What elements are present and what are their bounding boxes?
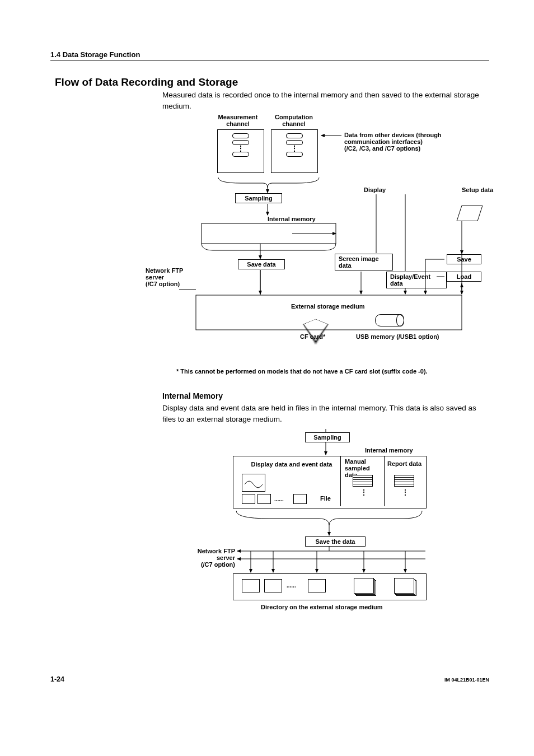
setup-data-label: Setup data xyxy=(462,186,493,193)
svg-rect-12 xyxy=(196,295,462,330)
d2-sampling-box: Sampling xyxy=(305,432,350,442)
load-box: Load xyxy=(447,272,481,282)
comp-channel-label: Computationchannel xyxy=(266,114,322,127)
d2-ftp-label: Network FTPserver(/C7 option) xyxy=(185,548,235,568)
intro-text: Measured data is recorded once to the in… xyxy=(162,90,489,111)
comp-channel-box: ⋮ xyxy=(271,129,318,173)
internal-memory-label: Internal memory xyxy=(268,216,316,222)
display-event-box: Display/Eventdata xyxy=(386,272,447,288)
d2-internal-mem-label: Internal memory xyxy=(365,447,413,454)
save-data-box: Save data xyxy=(238,259,285,269)
d2-manual-stack xyxy=(353,475,373,486)
diagram1-footnote: * This cannot be performed on models tha… xyxy=(176,368,489,375)
meas-channel-label: Measurementchannel xyxy=(210,114,266,127)
svg-rect-3 xyxy=(202,223,336,244)
d2-report-stack xyxy=(394,475,414,486)
d2-dir-label: Directory on the external storage medium xyxy=(261,604,383,610)
data-from-text: Data from other devices (throughcommunic… xyxy=(344,132,484,152)
cf-card-icon xyxy=(301,320,331,334)
internal-memory-heading: Internal Memory xyxy=(162,391,489,400)
page-number: 1-24 xyxy=(50,675,64,683)
internal-memory-text: Display data and event data are held in … xyxy=(162,403,489,424)
section-header: 1.4 Data Storage Function xyxy=(50,50,489,60)
d2-save-data-box: Save the data xyxy=(305,536,366,547)
diagram-internal-memory: Sampling Internal memory Display data an… xyxy=(190,429,481,614)
doc-id: IM 04L21B01-01EN xyxy=(444,677,489,683)
usb-icon xyxy=(375,314,404,326)
sampling-box: Sampling xyxy=(235,193,282,203)
d2-file-label: File xyxy=(320,495,331,502)
page-footer: 1-24 IM 04L21B01-01EN xyxy=(50,675,489,683)
screen-image-box: Screen imagedata xyxy=(335,254,393,270)
ftp-label-1: Network FTPserver(/C7 option) xyxy=(146,267,196,287)
diagram-flow: Measurementchannel Computationchannel ⋮ … xyxy=(179,116,526,362)
setup-shape xyxy=(459,206,480,221)
ext-medium-label: External storage medium xyxy=(291,303,364,310)
page-title: Flow of Data Recording and Storage xyxy=(55,76,489,88)
d2-report-label: Report data xyxy=(387,460,421,467)
usb-label: USB memory (/USB1 option) xyxy=(356,333,439,340)
save-box: Save xyxy=(447,254,481,264)
cf-card-label: CF card* xyxy=(300,333,325,340)
display-label: Display xyxy=(364,186,386,193)
d2-file-wave xyxy=(242,474,265,492)
meas-channel-box: ⋮ xyxy=(217,129,264,173)
